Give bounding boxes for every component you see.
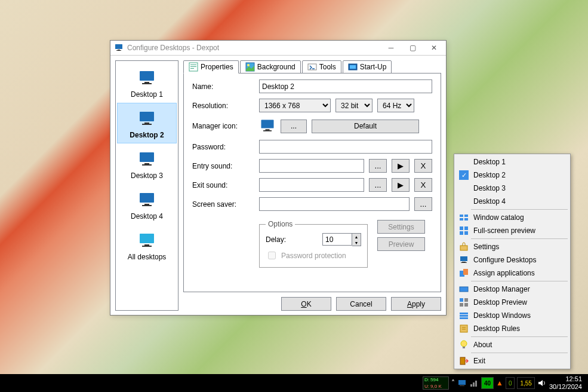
- menu-settings[interactable]: Settings: [455, 240, 569, 253]
- desktop-list-item[interactable]: Desktop 2: [117, 103, 177, 143]
- tray-chevron-icon[interactable]: ˄: [451, 379, 455, 387]
- menu-fullscreen-preview[interactable]: Full-screen preview: [455, 224, 569, 237]
- svg-rect-37: [464, 231, 468, 235]
- app-icon: [114, 43, 124, 53]
- catalog-icon: [459, 213, 469, 222]
- menu-configure-desktops[interactable]: Configure Desktops: [455, 253, 569, 267]
- screensaver-browse-button[interactable]: ...: [414, 197, 432, 211]
- colordepth-select[interactable]: 32 bit: [335, 99, 372, 112]
- tray-flame-icon[interactable]: ▲: [496, 379, 503, 387]
- menu-desktop-windows[interactable]: Desktop Windows: [455, 309, 569, 322]
- configure-desktops-window: Configure Desktops - Dexpot ─ ▢ ✕ Deskto…: [110, 40, 447, 316]
- manager-icon-label: Manager icon:: [192, 122, 254, 130]
- screensaver-label: Screen saver:: [192, 200, 254, 209]
- maximize-button[interactable]: ▢: [402, 42, 423, 54]
- menu-desktop-2[interactable]: ✓Desktop 2: [455, 169, 569, 182]
- svg-rect-1: [118, 50, 120, 50]
- delay-input[interactable]: [322, 233, 352, 246]
- resolution-select[interactable]: 1366 x 768: [259, 99, 331, 112]
- desktop-item-label: Desktop 4: [131, 212, 163, 220]
- desktop-list-item[interactable]: Desktop 4: [117, 184, 177, 225]
- screensaver-preview-button: Preview: [377, 237, 425, 251]
- preview-icon: [459, 298, 469, 307]
- manager-icon-browse-button[interactable]: ...: [281, 120, 307, 133]
- monitor-icon: [137, 191, 156, 210]
- titlebar[interactable]: Configure Desktops - Dexpot ─ ▢ ✕: [110, 41, 446, 56]
- desktop-list-item[interactable]: Desktop 1: [117, 62, 177, 103]
- delay-spinner[interactable]: ▲▼: [322, 233, 361, 246]
- apply-button[interactable]: Apply: [391, 297, 441, 311]
- svg-rect-0: [115, 44, 122, 49]
- svg-rect-26: [350, 65, 356, 69]
- tab-properties[interactable]: Properties: [183, 60, 239, 74]
- menu-about[interactable]: About: [455, 338, 569, 351]
- menu-exit[interactable]: Exit: [455, 354, 569, 368]
- refresh-select[interactable]: 64 Hz: [377, 99, 414, 112]
- windows-icon: [459, 311, 469, 320]
- menu-desktop-manager[interactable]: Desktop Manager: [455, 283, 569, 296]
- entry-sound-clear-button[interactable]: X: [414, 159, 432, 173]
- svg-rect-34: [460, 226, 463, 230]
- screensaver-input[interactable]: [259, 197, 410, 211]
- menu-assign-applications[interactable]: Assign applications: [455, 267, 569, 280]
- svg-rect-39: [460, 256, 467, 261]
- svg-rect-49: [460, 313, 468, 314]
- entry-sound-play-button[interactable]: ▶: [392, 159, 410, 173]
- exit-sound-input[interactable]: [259, 178, 364, 192]
- name-input[interactable]: [259, 79, 432, 93]
- desktop-item-label: All desktops: [128, 253, 167, 261]
- password-input[interactable]: [259, 140, 432, 154]
- manager-icon: [459, 284, 469, 294]
- svg-rect-38: [460, 246, 467, 250]
- entry-sound-input[interactable]: [259, 159, 364, 173]
- desktop-list-item[interactable]: All desktops: [117, 225, 177, 265]
- delay-up-button[interactable]: ▲: [352, 234, 361, 240]
- svg-rect-51: [460, 317, 468, 319]
- minimize-button[interactable]: ─: [380, 42, 402, 54]
- svg-rect-5: [142, 83, 152, 84]
- delay-down-button[interactable]: ▼: [352, 240, 361, 246]
- tab-background[interactable]: Background: [240, 60, 301, 74]
- network-monitor[interactable]: D: 594 U: 9,0 K: [423, 376, 449, 390]
- lightbulb-icon: [459, 340, 469, 350]
- ok-button[interactable]: OK: [281, 297, 331, 311]
- tray-volume-icon[interactable]: [537, 378, 547, 388]
- exit-sound-play-button[interactable]: ▶: [392, 178, 410, 192]
- fullscreen-icon: [459, 226, 469, 235]
- svg-rect-30: [460, 215, 463, 217]
- entry-sound-browse-button[interactable]: ...: [369, 159, 387, 173]
- menu-desktop-preview[interactable]: Desktop Preview: [455, 296, 569, 309]
- desktop-list-item[interactable]: Desktop 3: [117, 143, 177, 184]
- tab-startup[interactable]: Start-Up: [343, 60, 392, 74]
- tray-indicator-40[interactable]: 40: [481, 377, 494, 389]
- svg-rect-47: [460, 303, 463, 307]
- menu-desktop-4[interactable]: Desktop 4: [455, 195, 569, 208]
- settings-icon: [459, 242, 469, 252]
- exit-sound-browse-button[interactable]: ...: [369, 178, 387, 192]
- tray-network-icon[interactable]: [469, 378, 479, 388]
- tray-clock[interactable]: 12:51 30/12/2024: [549, 375, 584, 391]
- manager-icon-default-button[interactable]: Default: [312, 120, 419, 133]
- tab-tools[interactable]: Tools: [302, 60, 341, 74]
- menu-window-catalog[interactable]: Window catalog: [455, 211, 569, 224]
- tray-indicator-0[interactable]: 0: [506, 377, 515, 389]
- close-button[interactable]: ✕: [423, 42, 445, 54]
- svg-rect-11: [142, 164, 152, 166]
- svg-rect-19: [190, 65, 196, 65]
- menu-desktop-3[interactable]: Desktop 3: [455, 182, 569, 195]
- svg-rect-50: [460, 315, 468, 317]
- menu-desktop-rules[interactable]: Desktop Rules: [455, 322, 569, 335]
- rules-icon: [459, 324, 469, 333]
- menu-desktop-1[interactable]: Desktop 1: [455, 155, 569, 169]
- tray-battery-indicator[interactable]: 1,55: [517, 377, 534, 389]
- exit-sound-clear-button[interactable]: X: [414, 178, 432, 192]
- cancel-button[interactable]: Cancel: [336, 297, 386, 311]
- svg-rect-10: [144, 163, 149, 164]
- svg-rect-28: [266, 129, 270, 130]
- svg-rect-36: [460, 231, 463, 235]
- svg-rect-40: [462, 262, 466, 262]
- tray-dexpot-icon[interactable]: [457, 378, 467, 388]
- entry-sound-label: Entry sound:: [192, 162, 254, 170]
- system-tray: D: 594 U: 9,0 K ˄ 40 ▲ 0 1,55 12:51 30/1…: [419, 374, 588, 392]
- taskbar[interactable]: D: 594 U: 9,0 K ˄ 40 ▲ 0 1,55 12:51 30/1…: [0, 374, 588, 392]
